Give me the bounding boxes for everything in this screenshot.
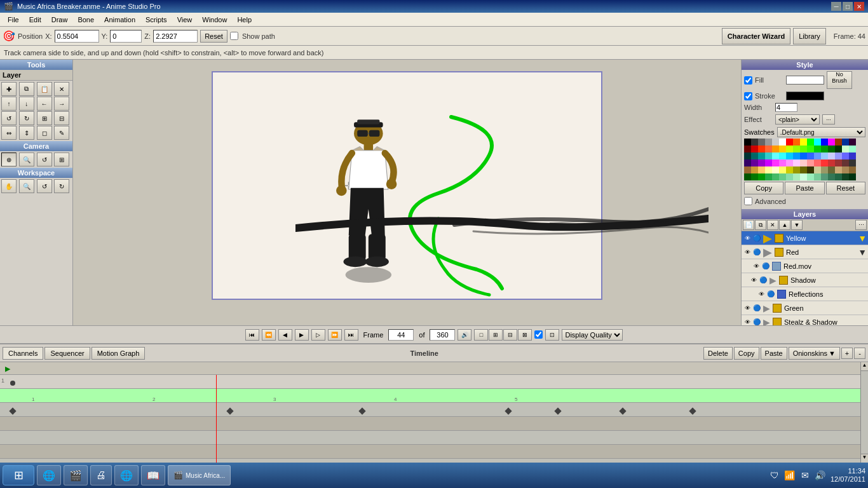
taskbar-book[interactable]: 📖 [141,465,165,485]
color-cell-94[interactable] [842,173,849,180]
menu-draw[interactable]: Draw [46,15,73,25]
color-cell-71[interactable] [793,166,800,173]
color-cell-47[interactable] [849,152,856,159]
frame-total-input[interactable] [430,329,455,341]
canvas-area[interactable]: ✛ [73,60,741,325]
onionskins-button[interactable]: Onionskins ▼ [789,347,840,360]
color-cell-34[interactable] [758,152,765,159]
layer-eye-redmov[interactable]: 👁 [752,262,761,271]
color-cell-5[interactable] [779,139,786,146]
color-cell-15[interactable] [849,139,856,146]
x-input[interactable] [55,30,99,43]
color-cell-12[interactable] [828,139,835,146]
color-cell-43[interactable] [821,152,828,159]
tool-flip-h[interactable]: ⇔ [1,126,17,140]
scroll-up-button[interactable]: ▲ [861,362,868,371]
taskbar-ie[interactable]: 🌐 [37,465,61,485]
color-cell-53[interactable] [779,159,786,166]
layer-eye-stealz[interactable]: 👁 [743,318,752,326]
color-cell-87[interactable] [793,173,800,180]
color-cell-74[interactable] [814,166,821,173]
menu-file[interactable]: File [3,15,24,25]
taskbar-media[interactable]: 🎬 [64,465,88,485]
tool-copy[interactable]: ⧉ [19,82,34,96]
color-cell-41[interactable] [807,152,814,159]
color-cell-42[interactable] [814,152,821,159]
workspace-hand[interactable]: ✋ [1,179,17,193]
color-cell-29[interactable] [835,146,842,152]
color-cell-72[interactable] [800,166,807,173]
timeline-tab-motion-graph[interactable]: Motion Graph [92,347,146,360]
color-cell-60[interactable] [828,159,835,166]
tool-scale-down[interactable]: ⊟ [54,111,69,125]
color-cell-68[interactable] [772,166,779,173]
display-checkbox[interactable] [534,330,543,339]
color-cell-58[interactable] [814,159,821,166]
layer-down-button[interactable]: ▼ [791,220,803,230]
volume-icon[interactable]: 🔊 [814,469,827,482]
copy-timeline-button[interactable]: Copy [734,347,759,360]
color-cell-13[interactable] [835,139,842,146]
layer-item-red[interactable]: 👁 🔵 ▶ Red ▼ [742,245,868,259]
color-cell-23[interactable] [793,146,800,152]
color-cell-65[interactable] [751,166,758,173]
color-cell-28[interactable] [828,146,835,152]
reset-button[interactable]: Reset [200,30,227,43]
layer-eye-red[interactable]: 👁 [743,248,752,257]
tool-paste[interactable]: 📋 [37,82,52,96]
color-cell-33[interactable] [751,152,758,159]
layer-up-button[interactable]: ▲ [779,220,790,230]
layer-eye-yellow[interactable]: 👁 [743,234,752,243]
color-cell-75[interactable] [821,166,828,173]
color-cell-6[interactable] [786,139,793,146]
color-cell-86[interactable] [786,173,793,180]
color-cell-57[interactable] [807,159,814,166]
color-cell-31[interactable] [849,146,856,152]
zoom-out-button[interactable]: - [854,348,865,359]
no-brush-button[interactable]: No Brush [827,71,852,89]
color-cell-4[interactable] [772,139,779,146]
color-cell-26[interactable] [814,146,821,152]
color-cell-45[interactable] [835,152,842,159]
expand-arrow-yellow[interactable]: ▼ [858,233,867,243]
timeline-vert-scroll[interactable]: ▲ ▼ [860,362,868,463]
workspace-undo[interactable]: ↺ [37,179,52,193]
color-cell-46[interactable] [842,152,849,159]
color-cell-95[interactable] [849,173,856,180]
tool-select[interactable]: ◻ [37,126,52,140]
color-cell-85[interactable] [779,173,786,180]
color-cell-11[interactable] [821,139,828,146]
paste-timeline-button[interactable]: Paste [761,347,787,360]
effect-select[interactable]: <plain> [775,114,820,125]
color-cell-16[interactable] [744,146,751,152]
tool-flip-v[interactable]: ⇕ [19,126,34,140]
width-input[interactable]: 4 [775,103,797,112]
scroll-down-button[interactable]: ▼ [861,454,868,463]
reset-style-button[interactable]: Reset [826,182,865,194]
view-mode-4[interactable]: ⊠ [518,329,532,341]
stroke-checkbox[interactable] [744,92,752,100]
layer-item-green[interactable]: 👁 🔵 ▶ Green [742,301,868,315]
tool-rotate-cw[interactable]: ↺ [1,111,17,125]
color-cell-73[interactable] [807,166,814,173]
fill-checkbox[interactable] [744,76,752,85]
step-back-button[interactable]: ⏪ [262,329,276,341]
color-cell-39[interactable] [793,152,800,159]
color-cell-0[interactable] [744,139,751,146]
color-cell-3[interactable] [765,139,772,146]
close-button[interactable]: ✕ [854,2,864,11]
color-cell-51[interactable] [765,159,772,166]
layer-add-button[interactable]: 📄 [743,220,754,230]
layer-item-stealz[interactable]: 👁 🔵 ▶ Stealz & Shadow [742,315,868,325]
color-cell-48[interactable] [744,159,751,166]
step-prev-button[interactable]: ◀ [278,329,292,341]
color-cell-50[interactable] [758,159,765,166]
color-cell-69[interactable] [779,166,786,173]
color-cell-55[interactable] [793,159,800,166]
stroke-swatch[interactable] [786,92,824,100]
step-forward-button[interactable]: ⏩ [328,329,342,341]
library-button[interactable]: Library [793,28,826,44]
color-cell-81[interactable] [751,173,758,180]
show-path-checkbox[interactable] [230,32,238,40]
color-cell-9[interactable] [807,139,814,146]
